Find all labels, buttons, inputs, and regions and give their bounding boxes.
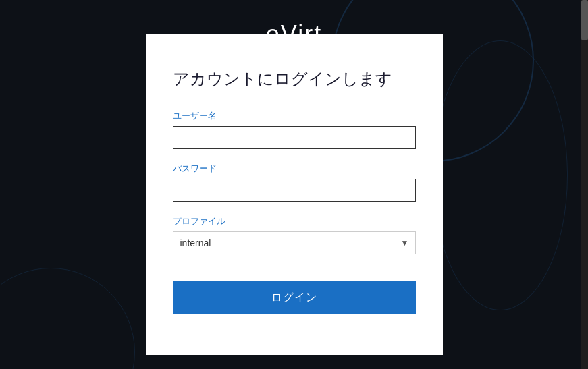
scrollbar[interactable] — [581, 0, 588, 369]
page-title: アカウントにログインします — [173, 68, 416, 90]
bg-decoration-2 — [433, 40, 568, 310]
login-button[interactable]: ログイン — [173, 281, 416, 314]
username-group: ユーザー名 — [173, 110, 416, 149]
password-label: パスワード — [173, 163, 416, 175]
password-input[interactable] — [173, 179, 416, 202]
username-label: ユーザー名 — [173, 110, 416, 122]
profile-select[interactable]: internal — [173, 231, 416, 254]
profile-group: プロファイル internal ▼ — [173, 215, 416, 254]
login-card: アカウントにログインします ユーザー名 パスワード プロファイル interna… — [146, 34, 443, 355]
password-group: パスワード — [173, 163, 416, 202]
profile-label: プロファイル — [173, 215, 416, 227]
username-input[interactable] — [173, 126, 416, 149]
profile-select-wrapper: internal ▼ — [173, 231, 416, 254]
scrollbar-thumb[interactable] — [581, 0, 588, 40]
bg-decoration-3 — [0, 268, 135, 369]
